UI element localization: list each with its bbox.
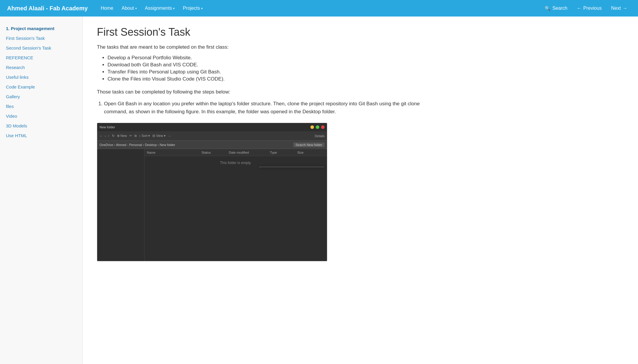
toolbar-cut[interactable]: ✂ [129, 134, 132, 138]
sidebar-item[interactable]: Useful links [0, 72, 82, 82]
explorer-title: New folder [100, 125, 115, 129]
col-status: Status [201, 151, 229, 154]
bullet-item: Transfer Files into Personal Laptop usin… [108, 69, 423, 75]
search-button[interactable]: 🔍 Search [541, 3, 571, 14]
projects-chevron-icon: ▾ [201, 7, 203, 10]
breadcrumb-path: OneDrive › Ahmed - Personal › Desktop › … [100, 143, 175, 147]
context-menu [259, 167, 324, 167]
col-name: Name [147, 151, 201, 154]
toolbar-new[interactable]: ⊕ New [117, 134, 127, 138]
column-headers: Name Status Date modified Type Size [144, 149, 327, 156]
sidebar-item[interactable]: Gallery [0, 92, 82, 101]
prev-arrow-icon: ← [577, 6, 582, 11]
nav-about[interactable]: About ▾ [118, 3, 140, 13]
toolbar-copy[interactable]: ⧉ [134, 134, 137, 138]
step-item: Open Git Bash in any location you prefer… [104, 100, 423, 116]
brand-title: Ahmed Alaali - Fab Academy [7, 5, 88, 12]
sidebar-item[interactable]: 1. Project management [0, 24, 82, 33]
sidebar-item[interactable]: 3D Models [0, 121, 82, 131]
col-type: Type [270, 151, 297, 154]
sidebar-item[interactable]: REFERENCE [0, 53, 82, 63]
explorer-screenshot: New folder ← → ↑ ↻ ⊕ New ✂ ⧉ ↕ Sort ▾ ⊟ … [97, 123, 327, 261]
sidebar-item[interactable]: Use HTML [0, 131, 82, 140]
page-title: First Session's Task [97, 26, 423, 38]
next-button[interactable]: Next → [608, 3, 631, 13]
page-container: 1. Project managementFirst Session's Tas… [0, 17, 638, 364]
search-icon: 🔍 [545, 6, 551, 11]
sidebar-item[interactable]: files [0, 101, 82, 111]
navbar-left: Ahmed Alaali - Fab Academy Home About ▾ … [7, 3, 206, 13]
bullet-item: Download both Git Bash and VIS CODE. [108, 62, 423, 68]
breadcrumb-bar: OneDrive › Ahmed - Personal › Desktop › … [97, 141, 327, 149]
explorer-file-sidebar [97, 149, 144, 261]
sidebar-item[interactable]: Video [0, 111, 82, 121]
toolbar-more[interactable]: ··· [168, 134, 171, 138]
titlebar-controls [310, 125, 325, 129]
next-arrow-icon: → [623, 6, 627, 11]
empty-text: This folder is empty. [144, 161, 327, 165]
bullet-item: Clone the Files into Visual Studio Code … [108, 76, 423, 82]
steps-intro-text: Those tasks can be completed by followin… [97, 89, 423, 95]
sidebar-item[interactable]: First Session's Task [0, 33, 82, 43]
task-bullet-list: Develop a Personal Portfolio Website.Dow… [108, 55, 423, 82]
intro-text: The tasks that are meant to be completed… [97, 44, 423, 50]
main-content: First Session's Task The tasks that are … [83, 17, 437, 364]
toolbar-sort[interactable]: ↕ Sort ▾ [139, 134, 150, 138]
explorer-toolbar: ← → ↑ ↻ ⊕ New ✂ ⧉ ↕ Sort ▾ ⊟ View ▾ ··· … [97, 131, 327, 141]
assignments-chevron-icon: ▾ [173, 7, 175, 10]
nav-projects[interactable]: Projects ▾ [179, 3, 206, 13]
toolbar-nav-back[interactable]: ← → ↑ [100, 134, 110, 138]
toolbar-details[interactable]: Details [315, 134, 325, 138]
explorer-main-area: Name Status Date modified Type Size This… [144, 149, 327, 261]
sidebar-item[interactable]: Second Session's Task [0, 43, 82, 53]
col-date: Date modified [229, 151, 270, 154]
toolbar-view[interactable]: ⊟ View ▾ [152, 134, 166, 138]
about-chevron-icon: ▾ [135, 7, 137, 10]
sidebar-item[interactable]: Code Example [0, 82, 82, 92]
close-btn[interactable] [321, 125, 325, 129]
maximize-btn[interactable] [316, 125, 319, 129]
nav-links: Home About ▾ Assignments ▾ Projects ▾ [97, 3, 206, 13]
explorer-titlebar: New folder [97, 123, 327, 131]
bullet-item: Develop a Personal Portfolio Website. [108, 55, 423, 61]
navbar: Ahmed Alaali - Fab Academy Home About ▾ … [0, 0, 638, 17]
sidebar: 1. Project managementFirst Session's Tas… [0, 17, 83, 364]
navbar-right: 🔍 Search ← Previous Next → [541, 3, 631, 14]
nav-assignments[interactable]: Assignments ▾ [141, 3, 178, 13]
toolbar-refresh[interactable]: ↻ [112, 134, 115, 138]
previous-button[interactable]: ← Previous [573, 3, 605, 13]
explorer-body: Name Status Date modified Type Size This… [97, 149, 327, 261]
nav-home[interactable]: Home [97, 3, 117, 13]
search-field[interactable]: Search New folder [293, 142, 325, 147]
col-size: Size [297, 151, 325, 154]
sidebar-item[interactable]: Research [0, 63, 82, 72]
minimize-btn[interactable] [310, 125, 314, 129]
steps-list: Open Git Bash in any location you prefer… [104, 100, 423, 116]
